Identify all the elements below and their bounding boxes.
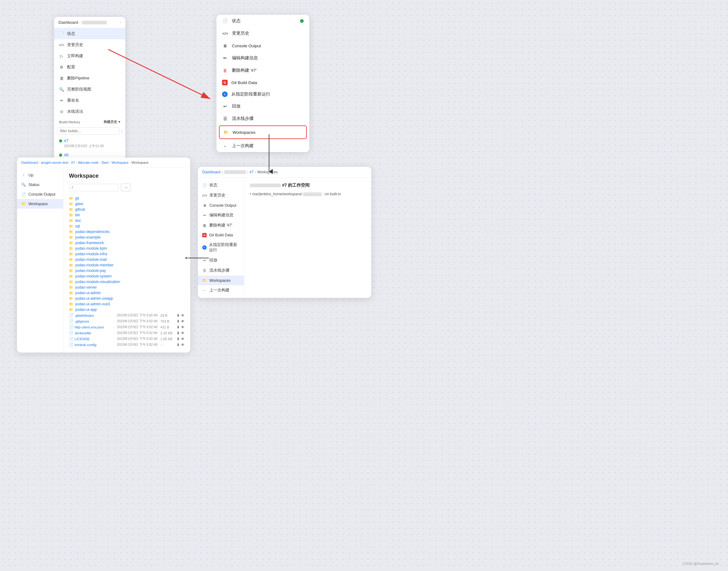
build-history-cn[interactable]: 构建历史 ▾ — [104, 120, 120, 124]
folder-yudao-module-visualization[interactable]: yudao-module-visualization — [69, 279, 185, 284]
folder-yudao-ui-admin-uniapp[interactable]: yudao-ui-admin-uniapp — [69, 296, 185, 301]
breadcrumb-workspace-bl[interactable]: Workspace — [112, 161, 129, 164]
file-download-lombok[interactable]: ⬇ — [177, 343, 180, 347]
dropdown-status[interactable]: 📄 状态 — [216, 15, 309, 27]
file-view-http-client[interactable]: 👁 — [181, 325, 185, 329]
sidenav-doc-icon-bl: 📄 — [21, 192, 26, 197]
file-download-gitattributes[interactable]: ⬇ — [177, 313, 180, 318]
folder-yudao-ui-admin[interactable]: yudao-ui-admin — [69, 290, 185, 296]
breadcrumb-dashboard[interactable]: Dashboard — [202, 170, 220, 174]
sidenav-console-br[interactable]: 🖥 Console Output — [198, 201, 244, 210]
folder-list: git gitee github bin doc sql yudao-depen… — [69, 196, 185, 312]
breadcrumb-node-bl[interactable]: Allocate node : Start — [78, 161, 108, 164]
workspace-go-button[interactable]: → — [121, 184, 130, 191]
sidenav-console-bl[interactable]: 📄 Console Output — [17, 190, 63, 199]
file-view-gitattributes[interactable]: 👁 — [181, 313, 185, 318]
menu-status[interactable]: 📄 状态 — [54, 28, 125, 39]
folder-git[interactable]: git — [69, 196, 185, 201]
dropdown-replay[interactable]: ↩ 回放 — [216, 100, 309, 112]
build-search-input[interactable] — [57, 127, 119, 135]
dropdown-delete-build[interactable]: 🗑 删除构建 '#7' — [216, 64, 309, 77]
sidenav-up-bl[interactable]: ↑ Up — [17, 170, 63, 180]
sidenav-replay-br[interactable]: ↩ 回放 — [198, 255, 244, 265]
sidenav-rerun-br[interactable]: ↻ 从指定阶段重新运行 — [198, 240, 244, 255]
dashboard-title[interactable]: Dashboard — [59, 20, 78, 25]
dropdown-workspaces[interactable]: 📁 Workspaces — [219, 125, 307, 139]
folder-gitee[interactable]: gitee — [69, 201, 185, 207]
menu-build[interactable]: ▷ 立即构建 — [54, 50, 125, 62]
folder-yudao-module-bpm[interactable]: yudao-module-bpm — [69, 246, 185, 251]
dropdown-changelog[interactable]: </> 变更历史 — [216, 27, 309, 39]
sidenav-prev-br[interactable]: ← 上一次构建 — [198, 285, 244, 296]
workspace-browser-layout: ↑ Up 🔍 Status 📄 Console Output 📁 Workspa… — [17, 168, 190, 353]
file-name-lombok[interactable]: 📄lombok.config — [69, 343, 115, 347]
build-item-7[interactable]: #7 2023年2月10日 上午11:43 — [54, 137, 125, 151]
file-name-jenkinsfile[interactable]: 📄Jenkinsfile — [69, 331, 115, 335]
menu-stages[interactable]: 🔍 完整阶段视图 — [54, 84, 125, 95]
file-download-http-client[interactable]: ⬇ — [177, 325, 180, 329]
dropdown-git-build[interactable]: G Git Build Data — [216, 77, 309, 88]
folder-yudao-ui-app[interactable]: yudao-ui-app — [69, 307, 185, 312]
file-download-license[interactable]: ⬇ — [177, 337, 180, 341]
folder-yudao-module-mail[interactable]: yudao-module-mail — [69, 257, 185, 262]
dropdown-git-icon: G — [222, 80, 227, 85]
build-status-dot-7 — [59, 139, 62, 142]
file-download-jenkinsfile[interactable]: ⬇ — [177, 331, 180, 335]
folder-yudao-dependencies[interactable]: yudao-dependencies — [69, 229, 185, 235]
menu-rename[interactable]: ✏ 重命名 — [54, 95, 125, 106]
folder-yudao-framework[interactable]: yudao-framework — [69, 240, 185, 246]
file-name-gitignore[interactable]: 📄.gitignore — [69, 319, 115, 324]
menu-delete-pipeline[interactable]: 🗑 删除Pipeline — [54, 73, 125, 84]
folder-yudao-module-member[interactable]: yudao-module-member — [69, 262, 185, 268]
folder-bin[interactable]: bin — [69, 212, 185, 218]
folder-github[interactable]: github — [69, 207, 185, 212]
sidenav-workspaces-br[interactable]: 📁 Workspaces — [198, 275, 244, 285]
workspace-path-input[interactable] — [69, 184, 118, 191]
file-view-license[interactable]: 👁 — [181, 337, 185, 341]
sidenav-workspace-bl[interactable]: 📁 Workspace — [17, 199, 63, 209]
breadcrumb-build-bl[interactable]: #7 — [71, 161, 75, 164]
file-view-gitignore[interactable]: 👁 — [181, 319, 185, 324]
folder-doc[interactable]: doc — [69, 218, 185, 223]
folder-yudao-example[interactable]: yudao-example — [69, 235, 185, 240]
file-view-jenkinsfile[interactable]: 👁 — [181, 331, 185, 335]
folder-yudao-ui-admin-vue3[interactable]: yudao-ui-admin-vue3 — [69, 301, 185, 307]
folder-yudao-server[interactable]: yudao-server — [69, 284, 185, 290]
sidenav-edit-build-br[interactable]: ✏ 编辑构建信息 — [198, 210, 244, 220]
file-size-license: 1.05 KB — [161, 337, 175, 341]
sidenav-steps-br[interactable]: ☰ 流水线步骤 — [198, 265, 244, 275]
file-actions-license: ⬇ 👁 — [177, 337, 185, 341]
breadcrumb-dashboard-bl[interactable]: Dashboard — [21, 161, 38, 164]
file-download-gitignore[interactable]: ⬇ — [177, 319, 180, 324]
sidenav-up-label-bl: Up — [28, 173, 33, 178]
dropdown-rerun-stage[interactable]: ↻ 从指定阶段重新运行 — [216, 88, 309, 100]
file-name-http-client[interactable]: 📄http-client.env.json — [69, 325, 115, 329]
file-name-gitattributes[interactable]: 📄.gitattributes — [69, 313, 115, 318]
sidenav-steps-label-br: 流水线步骤 — [209, 268, 230, 273]
breadcrumb-build-num[interactable]: #7 — [250, 170, 254, 174]
folder-yudao-module-system[interactable]: yudao-module-system — [69, 273, 185, 279]
breadcrumb-project-bl[interactable]: amglxt-server-test — [41, 161, 68, 164]
file-license: 📄LICENSE 2023年2月9日 下午3:02:40 1.05 KB ⬇ 👁 — [69, 336, 185, 342]
dropdown-console[interactable]: 🖥 Console Output — [216, 39, 309, 52]
menu-pipeline-syntax[interactable]: ⊙ 水线语法 — [54, 106, 125, 117]
build-title-7: #7 — [59, 138, 120, 143]
sidenav-status-bl[interactable]: 🔍 Status — [17, 180, 63, 190]
folder-sql[interactable]: sql — [69, 223, 185, 229]
build-status-dot-6 — [59, 153, 62, 157]
folder-icon-yudao-module-infra — [69, 252, 73, 256]
sidenav-git-br[interactable]: G Git Build Data — [198, 230, 244, 240]
sidenav-delete-build-br[interactable]: 🗑 删除构建 '#7' — [198, 220, 244, 230]
folder-yudao-module-infra[interactable]: yudao-module-infra — [69, 251, 185, 257]
menu-changelog[interactable]: </> 变更历史 — [54, 39, 125, 50]
sidenav-changelog-br[interactable]: </> 变更历史 — [198, 190, 244, 201]
file-view-lombok[interactable]: 👁 — [181, 343, 185, 347]
folder-yudao-module-pay[interactable]: yudao-module-pay — [69, 268, 185, 273]
dropdown-edit-build[interactable]: ✏ 编辑构建信息 — [216, 52, 309, 64]
sidenav-status-br[interactable]: 📄 状态 — [198, 180, 244, 190]
dropdown-pipeline-steps[interactable]: ☰ 流水线步骤 — [216, 112, 309, 125]
dropdown-prev-build[interactable]: ← 上一次构建 — [216, 140, 309, 152]
menu-config[interactable]: ⚙ 配置 — [54, 62, 125, 73]
workspaces-content: #7 的工作空间 • /var/jenkins_home/workspace/ … — [244, 178, 371, 298]
file-name-license[interactable]: 📄LICENSE — [69, 337, 115, 341]
